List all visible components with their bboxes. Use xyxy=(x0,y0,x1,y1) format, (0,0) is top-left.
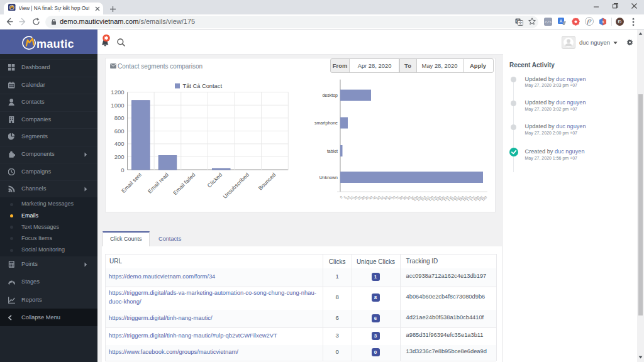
svg-text:Clicked: Clicked xyxy=(206,172,224,189)
svg-text:A: A xyxy=(560,19,563,23)
svg-text:800: 800 xyxy=(114,114,125,121)
svg-text:400: 400 xyxy=(114,140,125,147)
svg-text:tablet: tablet xyxy=(327,149,338,153)
svg-text:f?: f? xyxy=(587,18,592,25)
svg-text:Email failed: Email failed xyxy=(172,172,196,196)
svg-text:1000: 1000 xyxy=(111,102,124,109)
svg-text:mautic: mautic xyxy=(36,38,74,50)
svg-text:Email sent: Email sent xyxy=(120,171,143,194)
svg-text:Unsubscribed: Unsubscribed xyxy=(222,172,250,200)
svg-text:Email read: Email read xyxy=(147,172,170,195)
svg-text:文: 文 xyxy=(518,21,523,25)
svg-text:n: n xyxy=(602,19,604,24)
svg-text:Unknown: Unknown xyxy=(319,175,338,180)
svg-text:Bounced: Bounced xyxy=(257,172,277,192)
svg-text:</>: </> xyxy=(545,20,552,25)
svg-text:0: 0 xyxy=(339,195,343,199)
svg-text:200: 200 xyxy=(114,153,125,160)
svg-text:smartphone: smartphone xyxy=(314,121,338,126)
svg-text:desktop: desktop xyxy=(322,93,338,98)
svg-text:1200: 1200 xyxy=(111,89,124,96)
svg-text:0: 0 xyxy=(121,167,124,173)
svg-text:600: 600 xyxy=(114,128,125,134)
svg-text:Tất Cả Contact: Tất Cả Contact xyxy=(183,83,223,89)
